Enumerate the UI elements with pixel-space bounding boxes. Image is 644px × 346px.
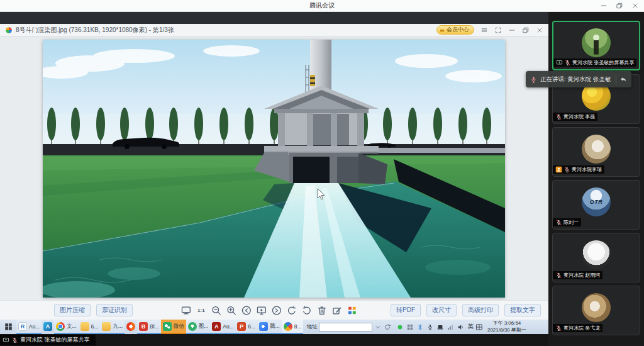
crown-icon bbox=[439, 27, 445, 33]
vip-center-label: 会员中心 bbox=[447, 26, 469, 34]
taskbar-app-label: Au... bbox=[223, 323, 233, 330]
taskbar-app-tencent-meeting[interactable]: 腾... bbox=[257, 320, 282, 334]
reply-arrow-icon[interactable] bbox=[619, 75, 628, 84]
meeting-titlebar: 腾讯会议 bbox=[0, 0, 644, 12]
viewer-button-提取文字[interactable]: 提取文字 bbox=[504, 304, 541, 316]
taskbar-app-red-app[interactable]: BBl... bbox=[137, 320, 161, 334]
acrobat-icon: A bbox=[212, 322, 221, 331]
meeting-title: 腾讯会议 bbox=[309, 1, 335, 10]
speaker-icon[interactable] bbox=[457, 323, 464, 331]
taskbar-app-swirl[interactable] bbox=[125, 320, 137, 334]
rotate-left-icon[interactable] bbox=[286, 305, 297, 316]
mic-icon bbox=[555, 325, 562, 332]
viewer-left-buttons: 图片压缩票证识别 bbox=[54, 304, 133, 316]
taskbar-app-image-viewer[interactable]: 8... bbox=[282, 320, 304, 334]
participant-label: 陈刘一 bbox=[553, 218, 581, 226]
participant-tile[interactable]: 黄河水院 赵雨珂 bbox=[552, 233, 640, 282]
laptop-icon[interactable] bbox=[436, 323, 444, 331]
taskbar-app-wechat[interactable]: 微信 bbox=[161, 320, 186, 334]
participant-name: 黄河水院李瑞 bbox=[572, 166, 602, 173]
mic-dark-icon[interactable] bbox=[426, 323, 434, 331]
refresh-icon[interactable] bbox=[384, 323, 391, 331]
taskbar-app-revit[interactable]: RAu... bbox=[16, 320, 42, 334]
taskbar-apps: RAu...A文...6...九...BBl...微信图...AAu...P6.… bbox=[16, 320, 303, 334]
next-image-icon[interactable] bbox=[271, 305, 282, 316]
participant-label: 黄河水院 李薇 bbox=[553, 113, 597, 121]
menu-icon[interactable] bbox=[480, 26, 488, 34]
participant-tile[interactable]: 黄河水院 张圣敏的屏幕共享 bbox=[552, 21, 640, 70]
rotate-right-icon[interactable] bbox=[301, 305, 312, 316]
bluetooth-icon[interactable] bbox=[416, 323, 424, 331]
viewer-button-高级打印[interactable]: 高级打印 bbox=[462, 304, 499, 316]
viewer-title: 8号斗门渲染图.jpg (736.31KB, 1920*1080像素) - 第1… bbox=[16, 26, 174, 35]
clock-time: 下午 3:06:54 bbox=[487, 320, 526, 326]
more-apps-icon[interactable] bbox=[347, 305, 357, 316]
taskbar-app-folder[interactable]: 6... bbox=[79, 320, 101, 334]
green-dot-icon[interactable] bbox=[396, 323, 404, 331]
viewer-toolbar: 图片压缩票证识别 1:1 转PDF改尺寸高级打印提取文字 bbox=[0, 300, 548, 320]
start-button[interactable] bbox=[0, 320, 16, 334]
viewer-button-转PDF[interactable]: 转PDF bbox=[391, 304, 421, 316]
image-canvas[interactable] bbox=[43, 40, 505, 298]
taskbar-app-label: 微信 bbox=[174, 323, 184, 330]
one-to-one-icon[interactable]: 1:1 bbox=[196, 305, 206, 316]
mic-icon bbox=[564, 59, 571, 66]
viewer-close-icon[interactable] bbox=[536, 26, 543, 34]
autodesk-icon: A bbox=[43, 322, 52, 331]
taskbar-app-label: 图... bbox=[199, 323, 209, 330]
address-input[interactable] bbox=[319, 323, 372, 332]
meeting-window-controls bbox=[600, 0, 639, 11]
slideshow-icon[interactable] bbox=[256, 305, 267, 316]
participant-avatar bbox=[582, 240, 611, 269]
ime-indicator[interactable]: 英 bbox=[467, 323, 474, 331]
restore-icon[interactable] bbox=[616, 2, 623, 9]
taskbar-app-folder[interactable]: 九... bbox=[100, 320, 125, 334]
fullscreen-icon[interactable] bbox=[494, 26, 502, 34]
chevron-down-icon[interactable] bbox=[374, 323, 382, 331]
participant-avatar bbox=[582, 28, 611, 57]
taskbar-app-acrobat[interactable]: AAu... bbox=[210, 320, 235, 334]
taskbar-app-autodesk[interactable]: A bbox=[42, 320, 54, 334]
taskbar-app-label: 腾... bbox=[270, 323, 280, 330]
toast-divider bbox=[616, 75, 616, 84]
minimize-icon[interactable] bbox=[600, 2, 608, 9]
taskbar-clock[interactable]: 下午 3:06:54 2021/8/30 星期一 bbox=[487, 320, 530, 333]
taskbar-app-label: 6... bbox=[248, 323, 255, 330]
viewer-logo-icon bbox=[5, 26, 13, 34]
delete-icon[interactable] bbox=[316, 305, 327, 316]
taskbar-app-chrome[interactable]: 文... bbox=[54, 320, 79, 334]
viewer-button-改尺寸[interactable]: 改尺寸 bbox=[426, 304, 457, 316]
fit-screen-icon[interactable] bbox=[180, 305, 191, 316]
participant-name: 陈刘一 bbox=[564, 219, 579, 226]
participant-name: 黄河水院 李薇 bbox=[564, 113, 595, 120]
ime-grid-icon[interactable] bbox=[475, 323, 483, 331]
edit-icon[interactable] bbox=[331, 305, 342, 316]
zoom-in-icon[interactable] bbox=[226, 305, 236, 316]
taskbar-app-label: 8... bbox=[294, 323, 302, 330]
participant-tile[interactable]: OTR陈刘一 bbox=[552, 180, 640, 230]
zoom-out-icon[interactable] bbox=[211, 305, 221, 316]
viewer-button-图片压缩[interactable]: 图片压缩 bbox=[54, 304, 91, 316]
taskbar-app-label: 文... bbox=[67, 323, 77, 330]
image-viewer-icon bbox=[284, 322, 292, 331]
vip-center-button[interactable]: 会员中心 bbox=[436, 25, 474, 35]
address-label: 地址 bbox=[306, 323, 317, 331]
viewer-button-票证识别[interactable]: 票证识别 bbox=[96, 304, 133, 316]
taskbar-app-green-app[interactable]: 图... bbox=[186, 320, 211, 334]
participant-tile[interactable]: 黄河水院李瑞 bbox=[552, 127, 640, 177]
taskbar-app-ppt[interactable]: P6... bbox=[235, 320, 257, 334]
meeting-bottom-strip: 黄河水院 张圣敏的屏幕共享 bbox=[0, 334, 548, 346]
speaking-toast: 正在讲话: 黄河水院 张圣敏 bbox=[526, 71, 631, 87]
taskbar-app-label: Au... bbox=[29, 323, 40, 330]
speaking-mic-icon bbox=[530, 75, 538, 84]
viewer-restore-icon[interactable] bbox=[522, 26, 530, 34]
prev-image-icon[interactable] bbox=[241, 305, 252, 316]
grid-squares-icon[interactable] bbox=[406, 323, 414, 331]
signal-icon[interactable] bbox=[447, 323, 454, 331]
viewer-minimize-icon[interactable] bbox=[508, 26, 516, 34]
member-badge-icon bbox=[555, 166, 562, 173]
close-icon[interactable] bbox=[631, 2, 639, 9]
participants-sidebar: 黄河水院 张圣敏的屏幕共享黄河水院 李薇黄河水院李瑞OTR陈刘一黄河水院 赵雨珂… bbox=[548, 11, 644, 346]
viewer-titlebar: 8号斗门渲染图.jpg (736.31KB, 1920*1080像素) - 第1… bbox=[0, 24, 548, 36]
participant-tile[interactable]: 黄河水院 吴弋龙 bbox=[552, 286, 640, 335]
